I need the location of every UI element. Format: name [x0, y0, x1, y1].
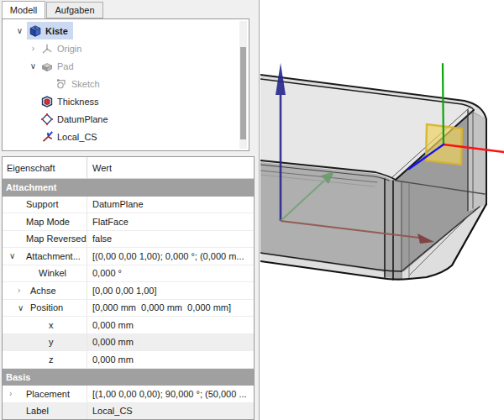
- box-3d[interactable]: [260, 75, 486, 280]
- tree-item-thickness[interactable]: Thickness: [3, 92, 239, 110]
- property-row-position[interactable]: ∨ Position [0,000 mm 0,000 mm 0,000 mm]: [3, 300, 254, 318]
- chevron-right-icon[interactable]: ›: [26, 44, 40, 53]
- tree-item-datumplane[interactable]: DatumPlane: [3, 110, 239, 128]
- property-row-placement[interactable]: › Placement [(1,00 0,00 0,00); 90,000 °;…: [3, 386, 254, 403]
- tree-item-sketch[interactable]: Sketch: [3, 75, 239, 92]
- tab-aufgaben[interactable]: Aufgaben: [46, 2, 103, 18]
- lcs-y-axis[interactable]: [443, 64, 444, 144]
- section-attachment[interactable]: Attachment: [3, 179, 254, 197]
- tree-item-label: Local_CS: [57, 132, 97, 142]
- property-editor-panel: Eigenschaft Wert Attachment Support Datu…: [2, 156, 255, 420]
- body-icon: [29, 24, 42, 38]
- property-row-support[interactable]: Support DatumPlane: [3, 197, 254, 214]
- property-row-attachment-offset[interactable]: ∨ Attachment... [(0,00 0,00 1,00); 0,000…: [3, 248, 254, 265]
- chevron-down-icon[interactable]: ∨: [26, 61, 40, 71]
- freecad-window: Modell Aufgaben ∨ Kiste: [0, 0, 504, 420]
- tree-item-label: Pad: [57, 61, 74, 71]
- property-row-achse[interactable]: › Achse [0,00 0,00 1,00]: [3, 282, 254, 300]
- tree-selection-highlight[interactable]: Kiste: [27, 22, 73, 39]
- 3d-viewport[interactable]: [259, 0, 504, 420]
- property-row-z[interactable]: z 0,000 mm: [3, 351, 254, 369]
- property-header-row: Eigenschaft Wert: [3, 157, 254, 179]
- dock-tabbar: Modell Aufgaben: [0, 0, 259, 18]
- property-row-y[interactable]: y 0,000 mm: [3, 334, 254, 352]
- sketch-icon: [55, 77, 68, 91]
- tree-item-origin[interactable]: › Origin: [3, 39, 239, 57]
- tab-modell[interactable]: Modell: [2, 1, 45, 18]
- tree-scrollbar[interactable]: [239, 21, 247, 149]
- tree-scrollbar-thumb[interactable]: [240, 47, 246, 139]
- model-tree: ∨ Kiste ›: [3, 22, 239, 145]
- tree-item-label: Thickness: [57, 97, 99, 107]
- property-row-x[interactable]: x 0,000 mm: [3, 317, 254, 334]
- chevron-down-icon[interactable]: ∨: [18, 300, 24, 317]
- pad-icon: [40, 60, 54, 73]
- chevron-right-icon[interactable]: ›: [18, 282, 20, 299]
- tab-aufgaben-label: Aufgaben: [55, 5, 94, 15]
- section-basis[interactable]: Basis: [3, 369, 254, 386]
- chevron-down-icon[interactable]: ∨: [13, 26, 27, 35]
- property-row-label[interactable]: Label Local_CS: [3, 403, 254, 420]
- tab-modell-label: Modell: [10, 5, 37, 15]
- property-row-map-mode[interactable]: Map Mode FlatFace: [3, 213, 254, 231]
- datumplane-icon: [40, 113, 54, 126]
- chevron-down-icon[interactable]: ∨: [9, 248, 15, 265]
- tree-item-label: Sketch: [71, 79, 100, 89]
- model-tree-panel: ∨ Kiste ›: [2, 18, 249, 151]
- property-col-value: Wert: [87, 163, 112, 173]
- property-col-name: Eigenschaft: [3, 157, 87, 178]
- left-dock: Modell Aufgaben ∨ Kiste: [0, 0, 259, 420]
- chevron-right-icon[interactable]: ›: [9, 386, 12, 402]
- tree-item-label: Origin: [57, 44, 81, 54]
- 3d-scene: [260, 0, 504, 420]
- tree-item-kiste[interactable]: ∨ Kiste: [3, 22, 239, 39]
- property-row-winkel[interactable]: Winkel 0,000 °: [3, 265, 254, 283]
- thickness-icon: [40, 95, 54, 108]
- localcs-icon: [40, 130, 54, 144]
- tree-item-localcs[interactable]: Local_CS: [3, 128, 239, 145]
- tree-item-label: Kiste: [45, 26, 68, 36]
- tree-item-label: DatumPlane: [57, 114, 108, 124]
- property-row-map-reversed[interactable]: Map Reversed false: [3, 231, 254, 249]
- origin-icon: [40, 42, 54, 55]
- tree-item-pad[interactable]: ∨ Pad: [3, 57, 239, 75]
